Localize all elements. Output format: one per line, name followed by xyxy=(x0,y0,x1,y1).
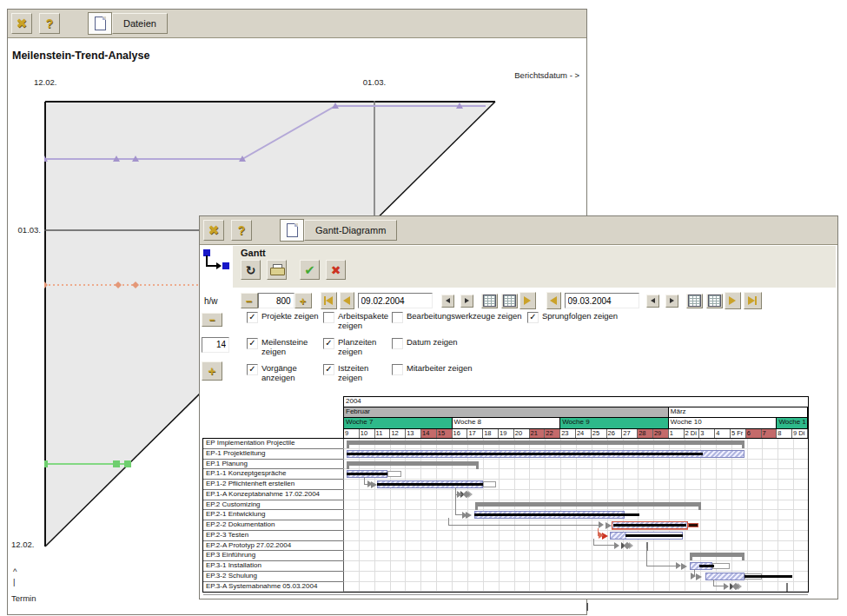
back-icon xyxy=(550,296,557,305)
checkbox[interactable]: ✓ xyxy=(247,364,258,375)
from-calendar-button[interactable] xyxy=(481,294,498,308)
document-button[interactable] xyxy=(88,12,112,35)
width-increase-button[interactable]: + xyxy=(294,293,312,308)
option-vorg-nge-anzeigen: ✓Vorgänge anzeigen xyxy=(247,363,323,389)
close-button[interactable]: ✖ xyxy=(11,13,32,34)
y-axis-tick: | xyxy=(13,577,15,586)
jump-start-button[interactable] xyxy=(321,292,337,309)
actual-bar[interactable] xyxy=(625,534,683,537)
small-left-icon xyxy=(446,298,450,303)
to-day-back-button[interactable] xyxy=(646,295,659,308)
milestone-marker[interactable] xyxy=(730,583,742,591)
task-row: EP.3 Einführung xyxy=(203,551,808,561)
refresh-button[interactable]: ↻ xyxy=(241,260,261,280)
to-calendar-button[interactable] xyxy=(686,294,703,308)
checkbox[interactable]: ✓ xyxy=(323,338,334,349)
summary-bar[interactable] xyxy=(347,440,744,445)
actual-bar[interactable] xyxy=(474,513,639,516)
document-icon xyxy=(95,17,106,30)
option-planzeiten-zeigen: ✓Planzeiten zeigen xyxy=(323,337,392,363)
task-label[interactable]: EP.2-1 Entwicklung xyxy=(203,510,343,520)
from-day-back-button[interactable] xyxy=(441,295,454,308)
actual-bar[interactable] xyxy=(347,473,387,475)
summary-bar[interactable] xyxy=(690,553,744,557)
task-label[interactable]: EP.1-1 Konzeptgespräche xyxy=(203,469,343,480)
option-mitarbeiter-zeigen: Mitarbeiter zeigen xyxy=(392,363,527,389)
document-button[interactable] xyxy=(280,219,304,242)
width-decrease-button[interactable]: − xyxy=(241,293,258,308)
task-label[interactable]: EP.2 Customizing xyxy=(203,500,343,511)
task-label[interactable]: EP.2-2 Dokumentation xyxy=(203,520,343,531)
task-row: EP.3-1 Installation xyxy=(203,561,808,572)
square-marker xyxy=(124,460,131,467)
close-icon: ✖ xyxy=(17,16,28,31)
option-bearbeitungswerkzeuge-zeigen: Bearbeitungswerkzeuge zeigen xyxy=(392,311,527,337)
task-chart-cell xyxy=(343,531,808,541)
help-button[interactable]: ? xyxy=(39,13,60,34)
task-label[interactable]: EP-1 Projektleitung xyxy=(203,449,343,460)
actual-bar[interactable] xyxy=(613,524,686,527)
to-back-button[interactable] xyxy=(546,292,561,309)
to-day-fwd-button[interactable] xyxy=(665,295,678,308)
task-label[interactable]: EP.2-A Prototyp 27.02.2004 xyxy=(203,541,343,552)
checkbox[interactable]: ✓ xyxy=(247,338,258,349)
checkbox[interactable]: ✓ xyxy=(527,312,539,323)
from-calendar2-button[interactable] xyxy=(501,294,518,308)
checkbox[interactable]: ✓ xyxy=(247,312,258,323)
row-height-increase-button[interactable]: + xyxy=(202,361,222,381)
date-to-input[interactable] xyxy=(565,293,639,308)
task-label[interactable]: EP.1-A Konzeptabnahme 17.02.2004 xyxy=(203,490,343,500)
width-input[interactable] xyxy=(258,293,294,308)
to-calendar2-button[interactable] xyxy=(706,294,723,308)
checkbox[interactable] xyxy=(323,312,334,323)
actual-bar[interactable] xyxy=(744,575,792,578)
option-label: Mitarbeiter zeigen xyxy=(407,363,473,389)
checkbox[interactable] xyxy=(392,338,403,349)
back-button[interactable] xyxy=(340,292,354,309)
task-label[interactable]: EP.3-A Systemabnahme 05.03.2004 xyxy=(203,582,343,593)
actual-bar[interactable] xyxy=(347,453,703,455)
row-height-decrease-button[interactable]: − xyxy=(202,313,222,327)
date-from-input[interactable] xyxy=(358,293,433,308)
milestone-marker[interactable] xyxy=(460,491,473,499)
forward-icon xyxy=(729,296,736,305)
close-button[interactable]: ✖ xyxy=(203,220,224,241)
task-label[interactable]: EP Implementation Projectile xyxy=(203,439,343,449)
dateien-tab[interactable]: Dateien xyxy=(112,13,168,34)
option-istzeiten-zeigen: ✓Istzeiten zeigen xyxy=(323,363,392,389)
milestone-marker[interactable] xyxy=(621,542,633,550)
plan-bar[interactable] xyxy=(705,573,744,580)
link-arrow-icon xyxy=(605,522,612,529)
calendar-icon xyxy=(483,295,496,307)
help-icon: ? xyxy=(46,17,54,30)
actual-bar[interactable] xyxy=(699,565,714,567)
from-forward-button[interactable] xyxy=(519,292,536,309)
task-label[interactable]: EP.3 Einführung xyxy=(203,551,343,561)
print-button[interactable] xyxy=(267,260,287,280)
summary-bar[interactable] xyxy=(475,502,701,507)
task-label[interactable]: EP.3-1 Installation xyxy=(203,561,343,572)
small-right-icon xyxy=(670,298,674,303)
task-row: EP.1 Planung xyxy=(203,460,808,470)
checkbox[interactable]: ✓ xyxy=(323,364,334,375)
calendar-icon xyxy=(708,295,721,307)
table-underline xyxy=(203,594,808,595)
actual-bar[interactable] xyxy=(377,483,483,486)
cancel-button[interactable]: ✖ xyxy=(326,260,346,280)
gantt-diagramm-tab[interactable]: Gantt-Diagramm xyxy=(304,220,397,241)
task-label[interactable]: EP.1 Planung xyxy=(203,460,343,470)
summary-bar[interactable] xyxy=(347,461,479,466)
checkbox[interactable] xyxy=(392,364,403,375)
link-arrow-icon xyxy=(681,563,687,570)
jump-end-button[interactable] xyxy=(744,292,762,309)
plan-extension-bar xyxy=(387,471,401,477)
task-label[interactable]: EP.1-2 Pflichtenheft erstellen xyxy=(203,480,343,490)
help-button[interactable]: ? xyxy=(231,220,252,241)
confirm-button[interactable]: ✔ xyxy=(300,260,320,280)
to-forward-button[interactable] xyxy=(725,292,741,309)
checkbox[interactable] xyxy=(392,312,403,323)
from-day-fwd-button[interactable] xyxy=(460,295,473,308)
task-label[interactable]: EP.3-2 Schulung xyxy=(203,572,343,582)
task-label[interactable]: EP.2-3 Testen xyxy=(203,531,343,541)
row-height-input[interactable] xyxy=(202,337,229,353)
